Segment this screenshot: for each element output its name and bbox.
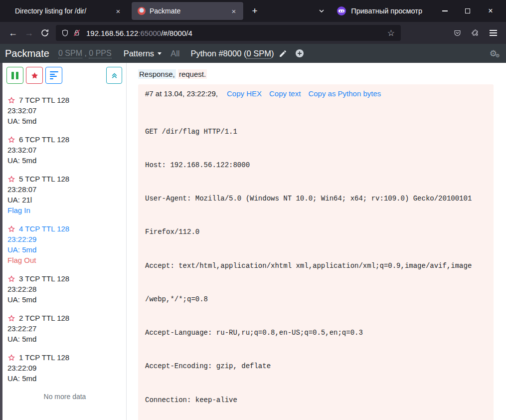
patterns-dropdown[interactable]: Patterns	[124, 49, 162, 58]
puzzle-icon	[471, 29, 480, 37]
packet-detail-pane: Response, request. #7 at 13.04, 23:22:29…	[127, 63, 506, 420]
minimize-icon	[442, 10, 448, 11]
close-icon: ×	[488, 7, 493, 15]
all-services-link[interactable]: All	[170, 49, 179, 58]
url-port: :65000	[138, 29, 161, 37]
packet-sidebar: 7 TCP TTL 128 23:32:07 UA: 5md 6 TCP TTL…	[2, 63, 127, 420]
packet-entry-2[interactable]: 2 TCP TTL 128 23:22:27 UA: 5md	[7, 313, 122, 344]
window-close-button[interactable]: ×	[479, 2, 502, 20]
app-brand[interactable]: Packmate	[5, 48, 49, 59]
packmate-header: Packmate 0 SPM , 0 PPS Patterns All Pyth…	[0, 44, 506, 63]
packet-title: 7 TCP TTL 128	[19, 95, 69, 105]
insecure-lock-icon[interactable]	[72, 28, 81, 37]
packet-ua: UA: 5md	[7, 116, 122, 126]
packet-entry-3[interactable]: 3 TCP TTL 128 23:22:28 UA: 5md	[7, 273, 122, 305]
traffic-stats: 0 SPM , 0 PPS	[58, 49, 112, 58]
packet-entry-1[interactable]: 1 TCP TTL 128 23:22:09 UA: 5md	[7, 352, 122, 384]
packet-entry-4-selected[interactable]: 4 TCP TTL 128 23:22:29 UA: 5md Flag Out	[7, 223, 122, 265]
packet-title: 5 TCP TTL 128	[19, 174, 69, 184]
packet-entry-5[interactable]: 5 TCP TTL 128 23:28:07 UA: 21l Flag In	[7, 174, 122, 215]
url-host: 192.168.56.122	[86, 29, 138, 37]
menu-button[interactable]	[485, 25, 501, 41]
list-all-tabs-button[interactable]	[314, 3, 329, 18]
packet-card-header: #7 at 13.04, 23:22:29, Copy HEX Copy tex…	[145, 89, 487, 98]
list-icon	[50, 71, 58, 79]
browser-tab-bar: Directory listing for /dir/ × Packmate ×…	[0, 0, 506, 22]
sidebar-no-more-data: No more data	[7, 392, 122, 402]
maximize-icon	[465, 8, 470, 13]
new-tab-button[interactable]: +	[247, 3, 262, 18]
content-area: 7 TCP TTL 128 23:32:07 UA: 5md 6 TCP TTL…	[0, 63, 506, 420]
favorite-star-icon[interactable]	[7, 96, 15, 104]
packet-title: 2 TCP TTL 128	[19, 313, 69, 323]
browser-nav-bar: ← → 192.168.56.122:65000/#/8000/4 ☆	[0, 22, 506, 44]
packmate-favicon-icon	[138, 7, 146, 15]
forward-button[interactable]: →	[21, 25, 37, 41]
tab-title: Directory listing for /dir/	[10, 7, 113, 15]
url-text[interactable]: 192.168.56.122:65000/#/8000/4	[86, 29, 386, 37]
copy-text-link[interactable]: Copy text	[269, 89, 301, 98]
favorite-star-icon[interactable]	[7, 314, 15, 322]
settings-button[interactable]: ⚙⚙	[490, 49, 497, 58]
packet-meta: #7 at 13.04, 23:22:29,	[145, 89, 218, 98]
edit-service-button[interactable]	[279, 49, 287, 58]
packet-ua: UA: 5md	[7, 373, 122, 384]
packet-entry-6[interactable]: 6 TCP TTL 128 23:32:07 UA: 5md	[7, 134, 122, 166]
favorites-filter-button[interactable]	[26, 67, 43, 84]
sidebar-toolbar	[6, 67, 122, 84]
packet-ua: UA: 5md	[7, 294, 122, 305]
list-view-button[interactable]	[45, 67, 62, 84]
tab-close-icon[interactable]: ×	[113, 5, 124, 16]
copy-python-link[interactable]: Copy as Python bytes	[308, 89, 381, 98]
collapse-sidebar-button[interactable]	[106, 67, 122, 84]
packet-ua: UA: 5md	[7, 155, 122, 166]
forward-arrow-icon: →	[24, 28, 33, 38]
packet-time: 23:22:28	[7, 284, 122, 294]
packet-time: 23:32:07	[7, 105, 122, 116]
packet-entry-7[interactable]: 7 TCP TTL 128 23:32:07 UA: 5md	[7, 95, 122, 126]
window-controls: ×	[433, 2, 502, 20]
private-mask-icon	[337, 6, 346, 15]
extensions-button[interactable]	[467, 25, 483, 41]
packet-ua: UA: 21l	[7, 195, 122, 205]
add-service-button[interactable]	[295, 49, 304, 58]
spm-stat: 0 SPM	[58, 49, 82, 58]
pause-icon	[11, 72, 18, 79]
packet-title: 3 TCP TTL 128	[19, 273, 69, 284]
tab-directory-listing[interactable]: Directory listing for /dir/ ×	[4, 2, 128, 20]
packet-title: 1 TCP TTL 128	[19, 352, 69, 363]
favorite-star-icon[interactable]	[7, 175, 15, 183]
plus-circle-icon	[295, 49, 304, 58]
flag-in-link[interactable]: Flag In	[7, 205, 122, 215]
packet-title: 6 TCP TTL 128	[19, 134, 69, 145]
packet-ua: UA: 5md	[7, 334, 122, 344]
packet-time: 23:22:09	[7, 363, 122, 373]
window-minimize-button[interactable]	[433, 2, 456, 20]
plus-icon: +	[252, 5, 257, 16]
gear-small-icon: ⚙	[496, 53, 500, 58]
request-payload: GET /dir/flag HTTP/1.1 Host: 192.168.56.…	[145, 104, 487, 420]
tab-close-icon[interactable]: ×	[228, 5, 239, 16]
packet-title: 4 TCP TTL 128	[19, 223, 69, 234]
copy-hex-link[interactable]: Copy HEX	[227, 89, 262, 98]
tab-packmate[interactable]: Packmate ×	[132, 2, 243, 20]
favorite-star-icon[interactable]	[7, 136, 15, 144]
caret-down-icon	[158, 52, 162, 55]
bookmark-star-icon[interactable]: ☆	[386, 28, 396, 38]
favorite-star-icon[interactable]	[7, 275, 15, 283]
flag-out-link[interactable]: Flag Out	[7, 255, 122, 265]
current-service-label[interactable]: Python #8000 (0 SPM)	[190, 49, 274, 58]
pause-capture-button[interactable]	[6, 67, 23, 84]
reload-button[interactable]	[37, 25, 53, 41]
pocket-button[interactable]	[449, 25, 465, 41]
private-browsing-badge: Приватный просмотр	[337, 6, 422, 15]
favorite-star-icon[interactable]	[7, 354, 15, 362]
shield-permissions-icon[interactable]	[61, 29, 69, 37]
packet-ua: UA: 5md	[7, 244, 122, 255]
window-maximize-button[interactable]	[456, 2, 479, 20]
packet-time: 23:22:29	[7, 234, 122, 244]
pps-stat: 0 PPS	[89, 49, 111, 58]
url-bar[interactable]: 192.168.56.122:65000/#/8000/4 ☆	[56, 25, 401, 41]
back-button[interactable]: ←	[5, 25, 21, 41]
favorite-star-icon[interactable]	[7, 225, 15, 233]
